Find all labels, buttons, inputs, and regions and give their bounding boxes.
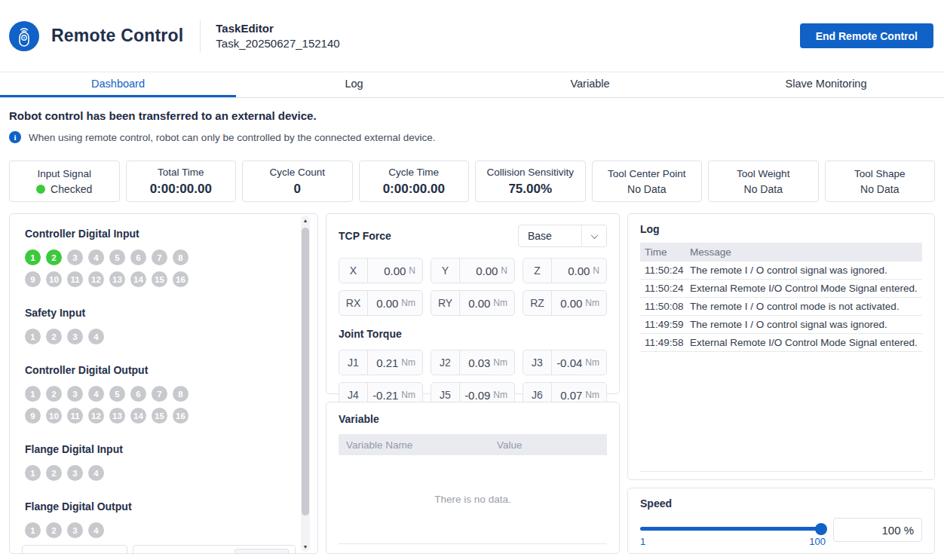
io-signal-dot: 11	[67, 271, 83, 287]
field-unit: Nm	[585, 357, 599, 368]
value-field-y: Y0.00N	[431, 258, 515, 283]
io-signal-dot: 1	[25, 465, 41, 481]
io-signal-dot: 16	[173, 408, 188, 424]
field-unit: N	[593, 265, 599, 276]
field-value: 0.00	[384, 265, 406, 277]
notice-title: Robot control has been transferred to an…	[9, 109, 935, 122]
value-field-z: Z0.00N	[523, 258, 607, 283]
io-signal-dot: 4	[88, 329, 104, 344]
variable-table-body: There is no data.	[339, 455, 607, 544]
log-time-column-header: Time	[640, 246, 690, 258]
value-field-ry: RY0.00Nm	[431, 290, 515, 316]
speed-slider[interactable]: 1 100	[640, 518, 826, 547]
io-signal-dot: 2	[46, 522, 62, 538]
value-field-rx: RX0.00Nm	[339, 290, 423, 316]
speed-value-input[interactable]: 100 %	[833, 518, 922, 542]
io-signal-dot: 4	[88, 465, 104, 481]
io-signal-dot: 4	[88, 249, 104, 265]
end-remote-control-button[interactable]: End Remote Control	[800, 23, 933, 48]
io-signal-dot: 6	[130, 386, 146, 402]
log-message-cell: External Remote I/O Control Mode Signal …	[690, 337, 922, 348]
scrollbar-down-button[interactable]: ▼	[301, 542, 310, 552]
io-signal-dot: 14	[130, 408, 146, 424]
scrollbar-up-button[interactable]: ▲	[301, 216, 310, 225]
stat-label: Total Time	[158, 167, 204, 178]
stat-value: No Data	[744, 183, 783, 195]
io-section-flange-digital-output: Flange Digital Output1234	[25, 500, 302, 538]
variable-table-header: Variable Name Value	[339, 434, 607, 455]
io-extra-button[interactable]	[234, 549, 289, 554]
tab-log[interactable]: Log	[236, 72, 472, 97]
io-signal-dot: 10	[46, 271, 62, 287]
io-extra-field-right[interactable]	[133, 545, 296, 554]
speed-max-label: 100	[809, 536, 826, 547]
io-section-title: Flange Digital Output	[25, 500, 302, 513]
io-signal-dot: 11	[67, 408, 83, 424]
task-editor-label: TaskEditor	[216, 22, 339, 35]
io-dot-row: 910111213141516	[25, 271, 302, 287]
empty-state-text: There is no data.	[434, 494, 510, 505]
log-panel: Log Time Message 11:50:24The remote I / …	[627, 213, 935, 480]
tab-slave-monitoring[interactable]: Slave Monitoring	[708, 72, 944, 97]
log-table-row: 11:50:24External Remote I/O Control Mode…	[640, 280, 922, 298]
log-message-cell: The remote I / O control signal was igno…	[690, 265, 922, 276]
log-time-cell: 11:50:24	[640, 283, 690, 294]
stat-card-cycle-time: Cycle Time0:00:00.00	[359, 161, 470, 202]
log-time-cell: 11:49:58	[640, 337, 690, 348]
field-unit: Nm	[493, 298, 507, 308]
field-unit: Nm	[585, 390, 599, 400]
coordinate-frame-select[interactable]: Base	[518, 225, 607, 247]
scrollbar-thumb[interactable]	[302, 228, 309, 516]
io-section-title: Controller Digital Output	[25, 364, 302, 376]
task-name: Task_20250627_152140	[216, 37, 339, 50]
stat-card-total-time: Total Time0:00:00.00	[126, 161, 237, 202]
log-time-cell: 11:50:24	[640, 265, 690, 276]
log-message-cell: The remote I / O control signal was igno…	[690, 319, 922, 330]
speed-min-label: 1	[640, 536, 645, 547]
tab-variable[interactable]: Variable	[472, 72, 708, 97]
io-signal-dot: 13	[109, 408, 125, 424]
stat-label: Collision Sensitivity	[486, 167, 574, 178]
field-label: X	[339, 259, 368, 283]
io-signal-dot: 3	[67, 249, 83, 265]
tab-dashboard[interactable]: Dashboard	[0, 72, 236, 97]
field-value: 0.00	[560, 297, 582, 310]
log-table-header: Time Message	[640, 243, 922, 262]
io-section-safety-input: Safety Input1234	[25, 307, 302, 344]
log-message-column-header: Message	[690, 246, 731, 258]
io-extra-field-left[interactable]	[22, 545, 127, 554]
io-signal-dot: 3	[67, 522, 83, 538]
remote-control-page: Remote Control TaskEditor Task_20250627_…	[0, 0, 944, 560]
stat-label: Cycle Count	[269, 167, 325, 178]
io-signal-dot: 15	[152, 408, 167, 424]
field-label: RZ	[523, 291, 552, 315]
tcp-force-panel: TCP Force Base X0.00NY0.00NZ0.00NRX0.00N…	[326, 213, 620, 394]
field-value: -0.04	[556, 357, 582, 369]
io-panel-scrollbar[interactable]: ▲ ▼	[301, 216, 310, 552]
io-signal-dot: 12	[88, 271, 104, 287]
stat-label: Tool Shape	[854, 168, 906, 179]
log-table-row: 11:49:58External Remote I/O Control Mode…	[640, 334, 922, 352]
io-dot-row: 1234	[25, 329, 302, 344]
value-field-x: X0.00N	[339, 258, 423, 283]
io-signal-dot: 9	[25, 408, 41, 424]
log-message-cell: External Remote I/O Control Mode Signal …	[690, 283, 922, 294]
status-dot-icon	[36, 185, 45, 194]
io-dot-row: 1234	[25, 522, 302, 538]
value-field-rz: RZ0.00Nm	[523, 290, 607, 316]
io-section-controller-digital-input: Controller Digital Input1234567891011121…	[25, 228, 302, 287]
field-unit: Nm	[401, 298, 415, 308]
chevron-down-icon	[581, 225, 606, 246]
field-unit: Nm	[401, 357, 415, 368]
io-dot-row: 12345678	[25, 386, 302, 402]
io-signal-dot: 2	[46, 249, 62, 265]
log-time-cell: 11:50:08	[640, 301, 690, 312]
io-signal-dot: 1	[25, 249, 41, 265]
io-signal-dot: 1	[25, 522, 41, 538]
field-unit: Nm	[493, 357, 507, 368]
speed-slider-handle[interactable]	[815, 523, 827, 535]
field-unit: Nm	[493, 390, 507, 400]
speed-slider-track[interactable]	[640, 527, 826, 531]
field-label: Z	[523, 259, 552, 283]
stat-label: Input Signal	[38, 168, 91, 179]
